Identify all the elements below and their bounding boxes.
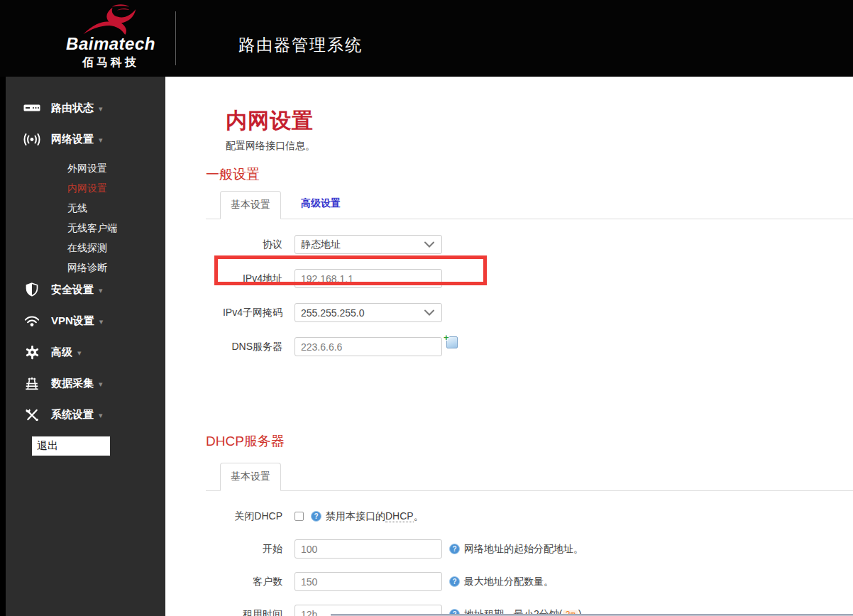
dhcp-form: 关闭DHCP ? 禁用本接口的DHCP。 开始 ? 网络地址的起始分配地址。: [165, 491, 853, 616]
chevron-down-icon: ▾: [99, 380, 103, 389]
ipv4-address-label: IPv4地址: [165, 273, 295, 285]
general-settings-form: 协议 静态地址 IPv4地址 IPv4子网掩码 255.255.255.0: [165, 219, 853, 356]
sidebar-item-advanced[interactable]: 高级 ▾: [6, 336, 165, 368]
page-head: 内网设置 配置网络接口信息。: [226, 106, 315, 153]
header-divider: [175, 11, 176, 65]
dhcp-start-label: 开始: [165, 543, 295, 556]
sidebar-item-label: 网络设置: [51, 133, 94, 146]
sidebar-item-online-detection[interactable]: 在线探测: [6, 238, 165, 258]
chevron-down-icon: ▾: [99, 104, 103, 114]
netmask-select-value: 255.255.255.0: [301, 307, 365, 319]
dns-input[interactable]: [295, 337, 442, 356]
sidebar-item-data-collection[interactable]: 数据采集 ▾: [6, 368, 165, 399]
general-settings-tabs: 基本设置 高级设置: [206, 191, 853, 219]
dhcp-start-help: ? 网络地址的起始分配地址。: [449, 543, 583, 556]
logout-button[interactable]: 退出: [32, 436, 110, 456]
tools-icon: [23, 406, 41, 423]
general-settings-section: 一般设置 基本设置 高级设置 协议 静态地址 IPv4地址: [165, 166, 853, 371]
chevron-down-icon: ▾: [99, 411, 103, 420]
horse-logo-icon: [79, 4, 142, 35]
netmask-label: IPv4子网掩码: [165, 307, 295, 319]
sidebar-item-wireless[interactable]: 无线: [6, 199, 165, 219]
chevron-down-icon: ▾: [77, 348, 82, 358]
brand-name: Baimatech: [65, 34, 156, 54]
sidebar-item-label: VPN设置: [51, 314, 94, 328]
page-title: 内网设置: [226, 106, 315, 136]
brand-name-cn: 佰马科技: [65, 55, 156, 70]
disable-dhcp-row: 关闭DHCP ? 禁用本接口的DHCP。: [165, 507, 853, 526]
app-title: 路由器管理系统: [238, 34, 363, 56]
sidebar-item-label: 安全设置: [51, 283, 94, 297]
chevron-down-icon: [424, 241, 434, 248]
sidebar-item-label: 路由状态: [51, 101, 94, 115]
dhcp-leasetime-label: 租用时间: [165, 608, 295, 616]
disable-dhcp-help-text: 禁用本接口的DHCP。: [326, 510, 424, 523]
dhcp-start-input[interactable]: [295, 539, 442, 559]
sidebar-item-vpn-settings[interactable]: VPN设置 ▾: [6, 305, 165, 336]
sidebar-item-system-settings[interactable]: 系统设置 ▾: [6, 399, 165, 430]
dhcp-start-help-text: 网络地址的起始分配地址。: [464, 543, 583, 556]
router-admin-page: Baimatech 佰马科技 路由器管理系统 路由状态 ▾: [0, 0, 853, 616]
ipv4-address-row: IPv4地址: [165, 269, 853, 288]
disable-dhcp-help: ? 禁用本接口的DHCP。: [311, 510, 424, 523]
dhcp-limit-help: ? 最大地址分配数量。: [449, 576, 554, 588]
network-submenu: 外网设置 内网设置 无线 无线客户端 在线探测 网络诊断: [6, 159, 165, 278]
dhcp-limit-row: 客户数 ? 最大地址分配数量。: [165, 572, 853, 591]
sidebar-nav: 路由状态 ▾ 网络设置 ▾ 外网设置 内网设置 无线 无线客户端 在线探测: [0, 77, 165, 616]
sidebar-item-router-status[interactable]: 路由状态 ▾: [6, 92, 165, 123]
disable-dhcp-label: 关闭DHCP: [165, 510, 295, 523]
chevron-down-icon: ▾: [99, 286, 103, 295]
network-icon: [23, 131, 41, 148]
sidebar-item-wan-settings[interactable]: 外网设置: [6, 159, 165, 179]
tab-dhcp-basic-settings[interactable]: 基本设置: [220, 463, 281, 491]
dhcp-limit-input[interactable]: [295, 572, 442, 591]
disable-dhcp-checkbox[interactable]: [295, 512, 304, 521]
add-entry-icon[interactable]: +: [446, 336, 458, 348]
dns-row: DNS服务器 +: [165, 337, 853, 356]
protocol-select[interactable]: 静态地址: [295, 235, 442, 254]
dns-label: DNS服务器: [165, 341, 295, 353]
router-status-icon: [23, 99, 41, 116]
dhcp-tabs: 基本设置: [206, 463, 853, 491]
protocol-row: 协议 静态地址: [165, 235, 853, 254]
data-collection-icon: [23, 375, 41, 392]
chevron-down-icon: ▾: [99, 317, 104, 326]
general-settings-legend: 一般设置: [206, 166, 853, 182]
tab-basic-settings[interactable]: 基本设置: [220, 191, 281, 219]
protocol-select-value: 静态地址: [301, 238, 341, 251]
sidebar-item-label: 数据采集: [51, 377, 94, 390]
gear-icon: [23, 343, 41, 361]
dhcp-server-section: DHCP服务器 基本设置 关闭DHCP ? 禁用本接口的DHCP。 开始: [165, 433, 853, 616]
chevron-down-icon: ▾: [99, 136, 103, 145]
sidebar-item-label: 系统设置: [51, 408, 94, 422]
dhcp-start-row: 开始 ? 网络地址的起始分配地址。: [165, 539, 853, 559]
sidebar-item-network-settings[interactable]: 网络设置 ▾: [6, 123, 165, 155]
brand-logo: Baimatech 佰马科技: [65, 4, 156, 70]
netmask-select[interactable]: 255.255.255.0: [295, 303, 442, 322]
dhcp-limit-label: 客户数: [165, 576, 295, 588]
sidebar-item-security-settings[interactable]: 安全设置 ▾: [6, 274, 165, 305]
sidebar-item-lan-settings[interactable]: 内网设置: [6, 179, 165, 199]
vpn-icon: [23, 312, 41, 329]
sidebar-item-wireless-client[interactable]: 无线客户端: [6, 219, 165, 238]
page-subtitle: 配置网络接口信息。: [226, 140, 315, 153]
help-icon: ?: [449, 544, 460, 554]
app-header: Baimatech 佰马科技 路由器管理系统: [0, 0, 853, 77]
protocol-label: 协议: [165, 238, 295, 251]
chevron-down-icon: [424, 309, 434, 316]
shield-icon: [23, 281, 41, 298]
plus-glyph: +: [444, 332, 449, 343]
main-content: 内网设置 配置网络接口信息。 一般设置 基本设置 高级设置 协议 静态地址 I: [165, 77, 853, 616]
tab-advanced-settings[interactable]: 高级设置: [301, 197, 341, 210]
ipv4-address-input[interactable]: [295, 269, 442, 288]
dhcp-limit-help-text: 最大地址分配数量。: [464, 576, 554, 588]
help-icon: ?: [449, 576, 460, 587]
netmask-row: IPv4子网掩码 255.255.255.0: [165, 303, 853, 322]
dhcp-abbr: DHCP: [385, 510, 414, 522]
help-icon: ?: [311, 511, 321, 522]
sidebar-item-label: 高级: [51, 346, 72, 359]
dhcp-server-legend: DHCP服务器: [206, 433, 853, 449]
